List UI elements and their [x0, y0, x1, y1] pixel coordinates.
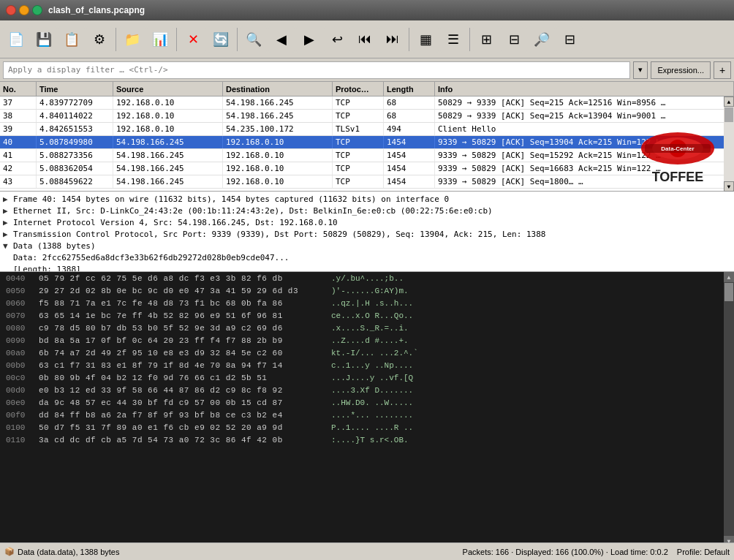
table-cell: 43	[0, 175, 37, 188]
back-button[interactable]: ◀	[268, 26, 295, 53]
header-protocol[interactable]: Protoc…	[333, 82, 384, 96]
add-filter-button[interactable]: +	[714, 61, 731, 79]
close-button[interactable]	[6, 5, 16, 15]
hex-ascii: P..1.... ....R ..	[331, 423, 413, 432]
capture-button[interactable]: ▦	[412, 26, 439, 53]
expression-button[interactable]: Expression...	[651, 61, 711, 79]
open-recent-button[interactable]: 📁	[119, 26, 145, 53]
table-cell: 1454	[384, 136, 435, 148]
table-row[interactable]: 394.842651553192.168.0.1054.235.100.172T…	[0, 123, 734, 136]
hex-bytes: 6b 74 a7 2d 49 2f 95 10 e8 e3 d9 32 84 5…	[39, 349, 331, 357]
return-button[interactable]: ↩	[324, 26, 350, 53]
hex-ascii: ....3.Xf D.......	[331, 386, 413, 395]
status-left-text: Data (data.data), 1388 bytes	[18, 548, 119, 556]
table-cell: TCP	[333, 162, 384, 175]
hex-ascii: .y/.bu^....;b..	[331, 274, 404, 283]
header-length[interactable]: Length	[384, 82, 435, 96]
table-row[interactable]: 435.08845962254.198.166.245192.168.0.10T…	[0, 175, 734, 189]
detail-row[interactable]: ▶Ethernet II, Src: D-LinkCo_24:43:2e (00…	[0, 205, 734, 216]
hex-scroll-thumb[interactable]	[724, 283, 733, 301]
header-no[interactable]: No.	[0, 82, 37, 96]
detail-row[interactable]: ▼Data (1388 bytes)	[0, 240, 734, 251]
table-row[interactable]: 425.08836205454.198.166.245192.168.0.10T…	[0, 162, 734, 175]
collapse-button[interactable]: ⊟	[501, 26, 527, 53]
hex-scroll-track[interactable]	[724, 282, 734, 536]
hex-scrollbar[interactable]: ▲ ▼	[724, 272, 734, 546]
hex-bytes: 05 79 2f cc 62 75 5e d6 a8 dc f3 e3 3b 8…	[39, 274, 331, 283]
hex-row: 00f0dd 84 ff b8 a6 2a f7 8f 9f 93 bf b8 …	[0, 409, 424, 421]
hex-row: 004005 79 2f cc 62 75 5e d6 a8 dc f3 e3 …	[0, 272, 424, 284]
columns-button[interactable]: ⊟	[556, 26, 583, 53]
hex-row: 00c00b 80 9b 4f 04 b2 12 f0 9d 76 66 c1 …	[0, 371, 424, 384]
table-cell: 41	[0, 149, 37, 162]
open-file-button[interactable]: 📄	[3, 26, 29, 53]
hex-scroll-up[interactable]: ▲	[724, 272, 734, 282]
hex-ascii: ce...x.O R...Qo..	[331, 311, 413, 320]
table-row[interactable]: 374.839772709192.168.0.1054.198.166.245T…	[0, 97, 734, 110]
table-cell: 54.198.166.245	[113, 162, 223, 175]
search-button[interactable]: 🔍	[241, 26, 267, 53]
table-cell: 54.198.166.245	[223, 110, 333, 122]
forward-button[interactable]: ▶	[296, 26, 322, 53]
hex-bytes: c9 78 d5 80 b7 db 53 b0 5f 52 9e 3d a9 c…	[39, 324, 331, 333]
table-cell: TLSv1	[333, 123, 384, 135]
hex-row: 00a06b 74 a7 2d 49 2f 95 10 e8 e3 d9 32 …	[0, 347, 424, 359]
first-button[interactable]: ⏮	[352, 26, 378, 53]
hex-bytes: da 9c 48 57 ec 44 30 bf fd c9 57 00 0b 1…	[39, 398, 331, 407]
table-cell: 1454	[384, 162, 435, 175]
detail-row[interactable]: ▶Transmission Control Protocol, Src Port…	[0, 228, 734, 240]
table-cell: 54.235.100.172	[223, 123, 333, 135]
expand-button[interactable]: ⊞	[473, 26, 499, 53]
minimize-button[interactable]	[19, 5, 29, 15]
header-info[interactable]: Info	[435, 82, 734, 96]
export-button[interactable]: 📊	[147, 26, 173, 53]
close-button2[interactable]: ✕	[180, 26, 206, 53]
table-cell: 192.168.0.10	[223, 136, 333, 148]
table-cell: 1454	[384, 149, 435, 162]
header-destination[interactable]: Destination	[223, 82, 333, 96]
details-panel: ▶Frame 40: 1454 bytes on wire (11632 bit…	[0, 192, 734, 272]
detail-arrow: ▶	[3, 194, 13, 204]
zoom-button[interactable]: 🔎	[529, 26, 555, 53]
header-time[interactable]: Time	[37, 82, 113, 96]
detail-row[interactable]: ▶Frame 40: 1454 bytes on wire (11632 bit…	[0, 193, 734, 205]
hex-ascii: )'-......G:AY)m.	[331, 287, 409, 295]
save-file-button[interactable]: 💾	[31, 26, 57, 53]
window-controls[interactable]	[6, 5, 42, 15]
table-cell: TCP	[333, 149, 384, 162]
preferences-button[interactable]: ⚙	[86, 26, 113, 53]
hex-ascii: c..1...y ..Np....	[331, 361, 413, 370]
filter-dropdown-button[interactable]: ▾	[633, 61, 648, 79]
table-row[interactable]: 405.08784998054.198.166.245192.168.0.10T…	[0, 136, 734, 149]
header-source[interactable]: Source	[113, 82, 223, 96]
table-cell: 37	[0, 97, 37, 109]
scroll-up-arrow[interactable]: ▲	[724, 97, 734, 107]
table-cell: 40	[0, 136, 37, 148]
list-button[interactable]: ☰	[440, 26, 466, 53]
detail-row[interactable]: ▶Internet Protocol Version 4, Src: 54.19…	[0, 216, 734, 228]
packet-list-scrollbar[interactable]: ▲ ▼	[724, 97, 734, 192]
detail-text: Data: 2fcc62755ed6a8dcf3e33b62f6db29272d…	[13, 253, 731, 262]
detail-row[interactable]: [Length: 1388]	[0, 263, 734, 272]
hex-address: 00b0	[6, 361, 39, 370]
hex-bytes: e0 b3 12 ed 33 9f 58 66 44 87 86 d2 c9 8…	[39, 386, 331, 395]
table-cell: 42	[0, 162, 37, 175]
table-cell: 5.087849980	[37, 136, 113, 148]
last-button[interactable]: ⏭	[379, 26, 406, 53]
filter-input[interactable]	[3, 61, 630, 79]
scroll-track[interactable]	[724, 107, 734, 181]
hex-row: 00b063 c1 f7 31 83 e1 8f 79 1f 8d 4e 70 …	[0, 359, 424, 371]
table-cell: 54.198.166.245	[113, 175, 223, 188]
table-row[interactable]: 384.840114022192.168.0.1054.198.166.245T…	[0, 110, 734, 123]
hex-bytes: f5 88 71 7a e1 7c fe 48 d8 73 f1 bc 68 0…	[39, 299, 331, 308]
table-cell: TCP	[333, 175, 384, 188]
reload-button[interactable]: 🔄	[208, 26, 234, 53]
close-file-button[interactable]: 📋	[58, 26, 85, 53]
hex-row: 0060f5 88 71 7a e1 7c fe 48 d8 73 f1 bc …	[0, 297, 424, 309]
table-row[interactable]: 415.08827335654.198.166.245192.168.0.10T…	[0, 149, 734, 162]
scroll-down-arrow[interactable]: ▼	[724, 181, 734, 192]
scroll-thumb[interactable]	[724, 107, 733, 122]
hex-ascii: ..HW.D0. ..W.....	[331, 398, 413, 407]
detail-row[interactable]: Data: 2fcc62755ed6a8dcf3e33b62f6db29272d…	[0, 251, 734, 263]
maximize-button[interactable]	[32, 5, 42, 15]
